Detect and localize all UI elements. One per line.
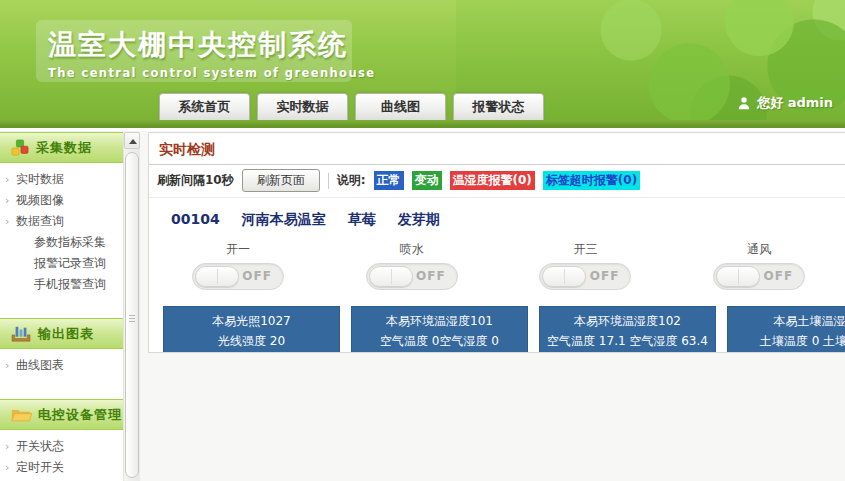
sensor-panel-soil: 本易土壤温湿度 土壤温度 0 土壤湿度	[727, 306, 845, 353]
sensor-panel-light: 本易光照1027 光线强度 20	[163, 306, 340, 353]
legend-temp-humidity-alarm-badge: 温湿度报警(0)	[450, 171, 535, 190]
tab-curve-chart[interactable]: 曲线图	[355, 93, 446, 120]
sidebar-scrollbar[interactable]	[123, 132, 140, 481]
legend-changed-badge: 变动	[412, 171, 442, 190]
greenhouse-crop: 草莓	[348, 211, 376, 227]
sensor-title: 本易光照1027	[164, 311, 339, 331]
switch-label: 通风	[672, 241, 845, 258]
toolbar-divider	[328, 173, 329, 189]
toggle-knob	[542, 266, 586, 287]
tab-alarm-status[interactable]: 报警状态	[453, 93, 544, 120]
sidebar-item-video-image[interactable]: 视频图像	[0, 190, 123, 211]
toggle-state-label: OFF	[416, 264, 446, 289]
legend-tag-timeout-alarm-badge: 标签超时报警(0)	[543, 171, 640, 190]
refresh-interval-label: 刷新间隔10秒	[157, 172, 234, 189]
toggle-switch-2[interactable]: OFF	[366, 263, 458, 290]
sidebar-item-alarm-record-query[interactable]: 报警记录查询	[0, 253, 123, 274]
switch-label: 开三	[499, 241, 673, 258]
sidebar-item-phone-alarm-query[interactable]: 手机报警查询	[0, 274, 123, 295]
tab-system-home[interactable]: 系统首页	[159, 93, 250, 120]
sensor-title: 本易环境温湿度102	[540, 311, 715, 331]
page-body: 采集数据 实时数据 视频图像 数据查询 参数指标采集 报警记录查询 手机报警查询…	[0, 131, 845, 481]
tab-realtime-data[interactable]: 实时数据	[257, 93, 348, 120]
switch-col-1: 开一 OFF	[151, 241, 325, 290]
user-info: 您好 admin	[737, 94, 833, 112]
sensor-title: 本易土壤温湿度	[728, 311, 845, 331]
legend-normal-badge: 正常	[374, 171, 404, 190]
switch-label: 开一	[151, 241, 325, 258]
person-icon	[737, 96, 751, 110]
sidebar: 采集数据 实时数据 视频图像 数据查询 参数指标采集 报警记录查询 手机报警查询…	[0, 132, 123, 481]
switch-label: 喷水	[325, 241, 499, 258]
app-subtitle: The central control system of greenhouse	[48, 66, 340, 80]
sensor-reading: 空气温度 0空气湿度 0	[352, 331, 527, 351]
sidebar-section-data-collection[interactable]: 采集数据	[0, 132, 123, 163]
toggle-knob	[369, 266, 413, 287]
greenhouse-header: 00104河南本易温室草莓发芽期	[149, 198, 845, 229]
sensor-reading: 空气温度 17.1 空气湿度 63.4	[540, 331, 715, 351]
sensor-panel-env-101: 本易环境温湿度101 空气温度 0空气湿度 0	[351, 306, 528, 353]
app-title: 温室大棚中央控制系统	[48, 26, 340, 64]
switch-col-4: 通风 OFF	[672, 241, 845, 290]
folder-icon	[10, 406, 32, 423]
sensor-panel-env-102: 本易环境温湿度102 空气温度 17.1 空气湿度 63.4	[539, 306, 716, 353]
header-divider-strip	[0, 120, 845, 128]
sidebar-item-parameter-index[interactable]: 参数指标采集	[0, 232, 123, 253]
sidebar-section-device-management[interactable]: 电控设备管理	[0, 399, 123, 430]
switch-col-2: 喷水 OFF	[325, 241, 499, 290]
sidebar-menu-device-management: 开关状态 定时开关	[0, 430, 123, 481]
main-nav-tabs: 系统首页 实时数据 曲线图 报警状态	[159, 93, 544, 120]
main-content: 实时检测 刷新间隔10秒 刷新页面 说明: 正常 变动 温湿度报警(0) 标签超…	[140, 131, 845, 481]
toggle-state-label: OFF	[590, 264, 620, 289]
toggle-switch-4[interactable]: OFF	[713, 263, 805, 290]
sidebar-item-curve-charts[interactable]: 曲线图表	[0, 355, 123, 376]
sidebar-item-data-query[interactable]: 数据查询	[0, 211, 123, 232]
sidebar-item-realtime-data[interactable]: 实时数据	[0, 169, 123, 190]
scroll-thumb[interactable]	[125, 152, 139, 478]
toggle-knob	[195, 266, 239, 287]
sidebar-section-title: 采集数据	[36, 139, 92, 157]
toggle-state-label: OFF	[764, 264, 794, 289]
sidebar-menu-output-charts: 曲线图表	[0, 349, 123, 380]
switch-col-3: 开三 OFF	[499, 241, 673, 290]
app-title-box: 温室大棚中央控制系统 The central control system of…	[36, 20, 352, 82]
toolbar: 刷新间隔10秒 刷新页面 说明: 正常 变动 温湿度报警(0) 标签超时报警(0…	[149, 165, 845, 198]
scroll-up-button[interactable]	[124, 132, 140, 149]
sidebar-item-timed-switch[interactable]: 定时开关	[0, 457, 123, 478]
sidebar-section-title: 输出图表	[38, 325, 94, 343]
greenhouse-name: 河南本易温室	[242, 211, 326, 227]
sensor-reading: 光线强度 20	[164, 331, 339, 351]
sidebar-menu-data-collection: 实时数据 视频图像 数据查询 参数指标采集 报警记录查询 手机报警查询	[0, 163, 123, 299]
switch-row: 开一 OFF 喷水 OFF 开三	[149, 241, 845, 290]
greenhouse-id: 00104	[171, 211, 220, 227]
toggle-state-label: OFF	[242, 264, 272, 289]
app-header: 温室大棚中央控制系统 The central control system of…	[0, 0, 845, 120]
sensor-row: 本易光照1027 光线强度 20 本易环境温湿度101 空气温度 0空气湿度 0…	[149, 306, 845, 353]
chart-output-icon	[10, 325, 32, 343]
toggle-switch-3[interactable]: OFF	[539, 263, 631, 290]
sensor-title: 本易环境温湿度101	[352, 311, 527, 331]
legend-caption: 说明:	[337, 172, 366, 189]
refresh-page-button[interactable]: 刷新页面	[242, 169, 320, 192]
sidebar-section-title: 电控设备管理	[38, 406, 122, 424]
sensor-reading: 土壤温度 0 土壤湿度	[728, 331, 845, 351]
realtime-monitor-panel: 实时检测 刷新间隔10秒 刷新页面 说明: 正常 变动 温湿度报警(0) 标签超…	[148, 132, 845, 353]
greenhouse-stage: 发芽期	[398, 211, 440, 227]
sidebar-item-switch-status[interactable]: 开关状态	[0, 436, 123, 457]
cubes-icon	[10, 139, 30, 157]
toggle-knob	[716, 266, 760, 287]
toggle-switch-1[interactable]: OFF	[192, 263, 284, 290]
sidebar-section-output-charts[interactable]: 输出图表	[0, 318, 123, 349]
page-title: 实时检测	[149, 133, 845, 165]
user-greeting: 您好 admin	[757, 94, 833, 112]
